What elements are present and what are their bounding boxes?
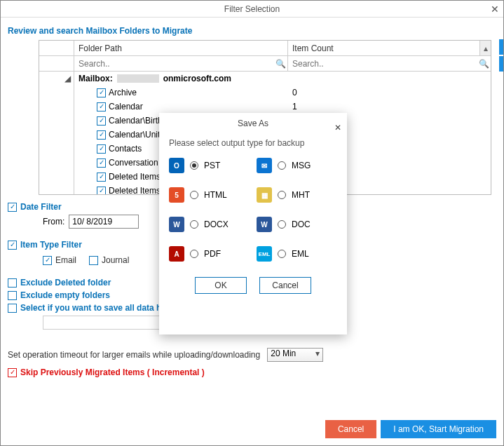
word-icon: W xyxy=(257,217,272,232)
mail-icon: ✉ xyxy=(257,158,272,173)
radio-icon[interactable] xyxy=(278,191,286,199)
save-as-dialog: Save As✕ Please select output type for b… xyxy=(159,113,347,334)
ok-button[interactable]: OK xyxy=(195,277,247,294)
option-msg[interactable]: ✉MSG xyxy=(257,158,337,173)
word-icon: W xyxy=(169,217,184,232)
pdf-icon: A xyxy=(169,246,184,262)
radio-icon[interactable] xyxy=(278,161,286,170)
radio-icon[interactable] xyxy=(190,220,198,229)
mht-icon: ▦ xyxy=(257,187,272,203)
cancel-button[interactable]: Cancel xyxy=(259,277,311,294)
radio-icon[interactable] xyxy=(278,220,286,229)
radio-icon[interactable] xyxy=(278,250,286,258)
radio-icon[interactable] xyxy=(190,191,198,199)
close-icon[interactable]: ✕ xyxy=(334,117,341,138)
option-eml[interactable]: EMLEML xyxy=(257,246,337,262)
radio-icon[interactable] xyxy=(190,161,198,170)
dialog-message: Please select output type for backup xyxy=(169,138,337,148)
eml-icon: EML xyxy=(257,246,272,262)
html5-icon: 5 xyxy=(169,187,184,203)
radio-icon[interactable] xyxy=(190,250,198,258)
option-mht[interactable]: ▦MHT xyxy=(257,187,337,203)
option-doc[interactable]: WDOC xyxy=(257,217,337,232)
outlook-icon: O xyxy=(169,158,184,173)
option-pdf[interactable]: APDF xyxy=(169,246,250,262)
option-pst[interactable]: OPST xyxy=(169,158,250,173)
option-docx[interactable]: WDOCX xyxy=(169,217,250,232)
dialog-title: Save As xyxy=(238,119,268,128)
option-html[interactable]: 5HTML xyxy=(169,187,250,203)
